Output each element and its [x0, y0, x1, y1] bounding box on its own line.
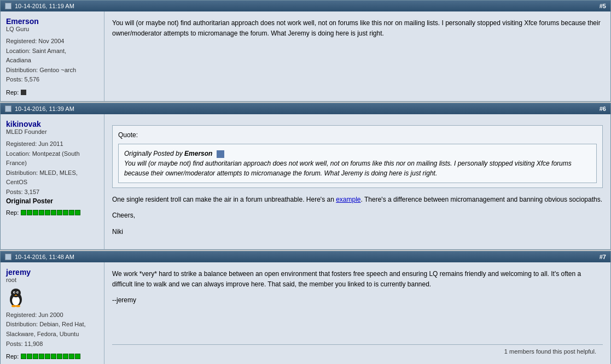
svg-point-5	[14, 292, 15, 293]
post-7-header-left: 10-14-2016, 11:48 AM	[5, 254, 74, 260]
post-7-rep-blocks	[21, 354, 80, 359]
post-5-location2: Acadiana	[6, 56, 98, 66]
post-6-posts: Posts: 3,157	[6, 187, 98, 197]
post-6-distribution2: CentOS	[6, 178, 98, 187]
rep-block-9	[69, 354, 74, 359]
rep-block-7	[57, 354, 62, 359]
post-7-para1: We work *very* hard to strike a balance …	[112, 269, 603, 290]
post-6-body: kikinovak MLED Founder Registered: Jun 2…	[1, 114, 610, 249]
post-6-quote-inner: Originally Posted by Emerson You will (o…	[118, 144, 597, 183]
post-6-para2: Cheers,	[112, 210, 603, 221]
post-6-para1-post: . There's a difference between micromana…	[361, 196, 602, 203]
post-7-datetime: 10-14-2016, 11:48 AM	[15, 254, 74, 260]
rep-block-10	[75, 354, 80, 359]
post-5: 10-14-2016, 11:19 AM #5 Emerson LQ Guru …	[0, 0, 611, 102]
post-6-original-poster-label: Original Poster	[6, 197, 98, 205]
post-7-footer-text: 1 members found this post helpful.	[504, 348, 596, 355]
post-6-quote-author: Emerson	[184, 150, 212, 157]
post-5-rep-block	[21, 90, 26, 95]
post-7-distribution: Distribution: Debian, Red Hat,	[6, 320, 98, 330]
rep-block-3	[33, 210, 38, 215]
rep-block-1	[21, 354, 26, 359]
svg-point-2	[11, 289, 21, 297]
post-7-footer: 1 members found this post helpful.	[112, 344, 603, 359]
post-icon	[5, 254, 11, 260]
post-5-rep-label: Rep:	[6, 89, 19, 96]
post-6-para1-pre: One single resident troll can make the a…	[112, 196, 336, 203]
post-6-content: Quote: Originally Posted by Emerson You …	[104, 114, 610, 249]
post-6-username[interactable]: kikinovak	[6, 120, 98, 128]
post-6-quote-text: You will (or maybe not) find authoritari…	[124, 160, 572, 177]
rep-block-2	[27, 210, 32, 215]
rep-block-2	[27, 354, 32, 359]
rep-block-5	[45, 354, 50, 359]
post-5-header-left: 10-14-2016, 11:19 AM	[5, 3, 74, 9]
rep-block-4	[39, 354, 44, 359]
post-6-registered: Registered: Jun 2011	[6, 139, 98, 149]
rep-block-8	[63, 210, 68, 215]
rep-block-6	[51, 354, 56, 359]
post-7-num[interactable]: #7	[600, 254, 606, 260]
post-5-datetime: 10-14-2016, 11:19 AM	[15, 3, 74, 9]
post-icon	[5, 105, 11, 112]
post-6-example-link[interactable]: example	[336, 196, 360, 203]
post-6-rep: Rep:	[6, 209, 98, 216]
post-6: 10-14-2016, 11:39 AM #6 kikinovak MLED F…	[0, 103, 611, 250]
post-5-num[interactable]: #5	[600, 3, 606, 9]
svg-point-8	[11, 305, 16, 307]
post-5-header: 10-14-2016, 11:19 AM #5	[1, 1, 610, 11]
post-6-num[interactable]: #6	[600, 105, 606, 112]
rep-block-3	[33, 354, 38, 359]
post-6-datetime: 10-14-2016, 11:39 AM	[15, 105, 74, 112]
post-5-user-info: Emerson LQ Guru Registered: Nov 2004 Loc…	[1, 11, 104, 101]
post-5-text: You will (or maybe not) find authoritari…	[112, 18, 603, 39]
rep-block-10	[75, 210, 80, 215]
post-5-content: You will (or maybe not) find authoritari…	[104, 11, 610, 101]
post-6-rep-blocks	[21, 210, 80, 215]
post-7-content: We work *very* hard to strike a balance …	[104, 262, 610, 364]
svg-point-6	[18, 292, 19, 293]
post-6-header: 10-14-2016, 11:39 AM #6	[1, 103, 610, 114]
svg-point-9	[16, 305, 20, 307]
post-7-para2: --jeremy	[112, 295, 603, 306]
post-icon	[5, 3, 11, 9]
post-7-user-info: jeremy root	[1, 262, 104, 364]
post-5-user-title: LQ Guru	[6, 26, 98, 32]
post-6-quote-label: Quote:	[118, 130, 597, 140]
post-6-quote-box: Quote: Originally Posted by Emerson You …	[112, 125, 603, 188]
post-7: 10-14-2016, 11:48 AM #7 jeremy root	[0, 251, 611, 364]
post-5-location: Location: Saint Amant,	[6, 46, 98, 56]
post-7-user-meta: Registered: Jun 2000 Distribution: Debia…	[6, 310, 98, 349]
view-post-arrow-icon[interactable]	[217, 150, 224, 158]
post-7-header: 10-14-2016, 11:48 AM #7	[1, 251, 610, 262]
post-6-user-title: MLED Founder	[6, 128, 98, 135]
rep-block-6	[51, 210, 56, 215]
post-7-registered: Registered: Jun 2000	[6, 310, 98, 320]
post-5-body: Emerson LQ Guru Registered: Nov 2004 Loc…	[1, 11, 610, 101]
post-5-username[interactable]: Emerson	[6, 17, 98, 26]
rep-block-8	[63, 354, 68, 359]
post-7-distribution2: Slackware, Fedora, Ubuntu	[6, 330, 98, 339]
post-6-user-meta: Registered: Jun 2011 Location: Montpezat…	[6, 139, 98, 197]
post-6-user-info: kikinovak MLED Founder Registered: Jun 2…	[1, 114, 104, 249]
post-5-registered: Registered: Nov 2004	[6, 37, 98, 46]
post-7-text-block: We work *very* hard to strike a balance …	[112, 269, 603, 312]
post-6-para3: Niki	[112, 227, 603, 237]
post-7-rep-label: Rep:	[6, 353, 19, 360]
post-5-user-meta: Registered: Nov 2004 Location: Saint Ama…	[6, 37, 98, 85]
post-5-distribution: Distribution: Gentoo ~arch	[6, 66, 98, 75]
post-7-username[interactable]: jeremy	[6, 268, 98, 277]
post-7-avatar	[6, 287, 26, 307]
rep-block-4	[39, 210, 44, 215]
post-6-originally-posted-by: Originally Posted by	[124, 150, 183, 157]
post-7-posts: Posts: 11,908	[6, 339, 98, 349]
rep-block-9	[69, 210, 74, 215]
post-6-para1: One single resident troll can make the a…	[112, 195, 603, 205]
rep-block-5	[45, 210, 50, 215]
post-7-rep: Rep:	[6, 353, 98, 360]
post-6-distribution: Distribution: MLED, MLES,	[6, 168, 98, 178]
rep-block-7	[57, 210, 62, 215]
rep-block-1	[21, 210, 26, 215]
post-5-rep: Rep:	[6, 89, 98, 96]
post-5-posts: Posts: 5,576	[6, 75, 98, 85]
